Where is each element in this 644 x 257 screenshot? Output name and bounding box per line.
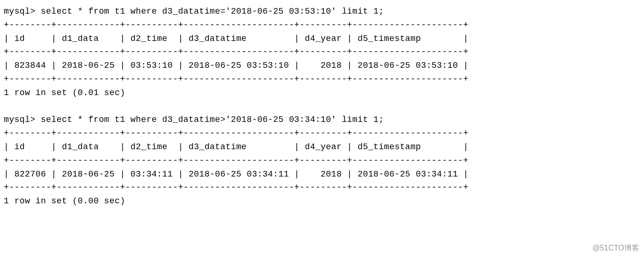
query-1-prompt: mysql> select * from t1 where d3_datatim… bbox=[4, 7, 384, 16]
query-2-footer: 1 row in set (0.00 sec) bbox=[4, 196, 125, 206]
query-2-prompt: mysql> select * from t1 where d3_datatim… bbox=[4, 115, 384, 124]
query-2-rule-mid: +--------+------------+----------+------… bbox=[4, 156, 469, 165]
query-2-row: | 822706 | 2018-06-25 | 03:34:11 | 2018-… bbox=[4, 169, 469, 179]
query-1-header: | id | d1_data | d2_time | d3_datatime |… bbox=[4, 34, 469, 43]
query-2-rule-top: +--------+------------+----------+------… bbox=[4, 128, 469, 138]
query-1-rule-top: +--------+------------+----------+------… bbox=[4, 20, 469, 30]
query-1-footer: 1 row in set (0.01 sec) bbox=[4, 88, 125, 97]
query-1-rule-bot: +--------+------------+----------+------… bbox=[4, 74, 469, 84]
watermark: @51CTO博客 bbox=[592, 242, 639, 254]
query-2-rule-bot: +--------+------------+----------+------… bbox=[4, 183, 469, 192]
query-1-row: | 823844 | 2018-06-25 | 03:53:10 | 2018-… bbox=[4, 61, 469, 70]
mysql-output-1: mysql> select * from t1 where d3_datatim… bbox=[4, 5, 640, 208]
query-2-header: | id | d1_data | d2_time | d3_datatime |… bbox=[4, 142, 469, 152]
query-1-rule-mid: +--------+------------+----------+------… bbox=[4, 47, 469, 56]
